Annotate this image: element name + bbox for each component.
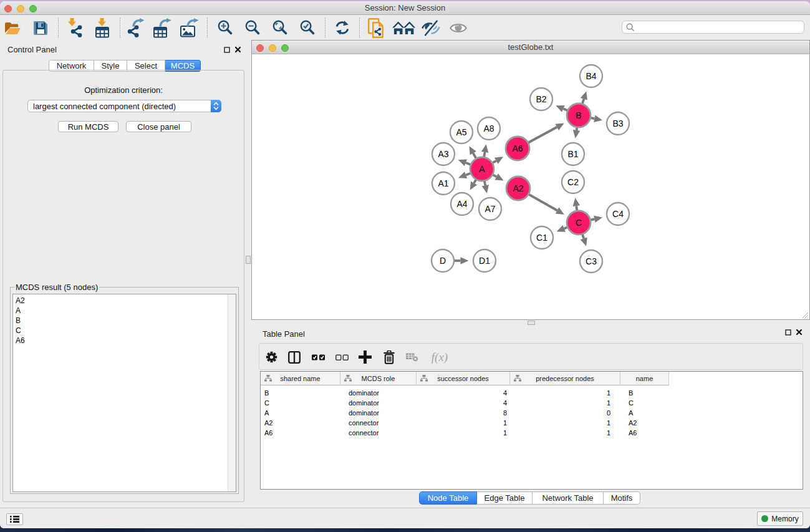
graph-edge-A-A5[interactable]: [473, 153, 476, 158]
criterion-dropdown[interactable]: largest connected component (directed): [27, 100, 221, 112]
table-cell[interactable]: 1: [417, 428, 510, 438]
split-table-button[interactable]: [287, 344, 302, 370]
vertical-splitter-handle[interactable]: [246, 256, 251, 264]
delete-table-button[interactable]: [405, 344, 420, 370]
table-cell[interactable]: 4: [417, 398, 510, 408]
import-table-button[interactable]: [92, 15, 113, 41]
table-cell[interactable]: connector: [340, 418, 417, 428]
graph-edge-A-A6[interactable]: [493, 161, 496, 163]
tab-edge-table[interactable]: Edge Table: [477, 491, 533, 505]
graph-edge-A-A1[interactable]: [466, 173, 470, 175]
delete-column-button[interactable]: [382, 344, 397, 370]
column-header-shared-name[interactable]: shared name: [261, 372, 340, 385]
home-button[interactable]: [392, 15, 416, 41]
table-row[interactable]: A2connector11A2: [261, 418, 803, 428]
table-cell[interactable]: A2: [620, 418, 669, 428]
table-cell[interactable]: 0: [510, 408, 620, 418]
table-cell[interactable]: A6: [620, 428, 669, 438]
refresh-button[interactable]: [334, 15, 351, 41]
table-cell[interactable]: 4: [417, 388, 510, 398]
result-scrollbar[interactable]: [228, 294, 236, 491]
table-cell[interactable]: B: [620, 388, 669, 398]
result-item[interactable]: A2: [16, 296, 236, 306]
graph-edge-A-A7[interactable]: [485, 181, 485, 186]
close-panel-button[interactable]: Close panel: [126, 121, 191, 132]
table-row[interactable]: Cdominator41C: [261, 398, 803, 408]
graph-edge-A-A8[interactable]: [484, 152, 485, 157]
result-item[interactable]: C: [16, 326, 236, 336]
table-cell[interactable]: A2: [261, 418, 340, 428]
float-table-panel-icon[interactable]: [785, 329, 791, 336]
tab-motifs[interactable]: Motifs: [604, 491, 640, 505]
table-cell[interactable]: 1: [510, 398, 620, 408]
table-cell[interactable]: dominator: [340, 408, 417, 418]
save-session-button[interactable]: [32, 15, 49, 41]
memory-button[interactable]: Memory: [757, 511, 803, 526]
table-settings-button[interactable]: [264, 344, 279, 370]
graph-edge-C-C1[interactable]: [564, 228, 567, 229]
table-cell[interactable]: A: [261, 408, 340, 418]
function-builder-button[interactable]: f(x): [430, 344, 450, 370]
add-column-button[interactable]: [357, 344, 372, 370]
result-item[interactable]: A: [16, 306, 236, 316]
column-header-successor-nodes[interactable]: successor nodes: [417, 372, 510, 385]
column-header-predecessor-nodes[interactable]: predecessor nodes: [510, 372, 620, 385]
zoom-fit-button[interactable]: [271, 15, 289, 41]
table-cell[interactable]: dominator: [340, 398, 417, 408]
column-header-name[interactable]: name: [620, 372, 669, 385]
show-panel-button[interactable]: [449, 15, 468, 41]
table-cell[interactable]: 1: [510, 388, 620, 398]
graph-edge-B-B4[interactable]: [582, 99, 584, 104]
result-item[interactable]: B: [16, 316, 236, 326]
export-image-button[interactable]: [179, 15, 200, 41]
import-network-button[interactable]: [64, 15, 85, 41]
table-cell[interactable]: 1: [510, 428, 620, 438]
graph-edge-A2-C[interactable]: [529, 195, 557, 211]
table-cell[interactable]: B: [261, 388, 340, 398]
show-panels-list-button[interactable]: [6, 513, 23, 525]
search-input[interactable]: [622, 21, 804, 34]
zoom-selected-button[interactable]: [299, 15, 316, 41]
tab-network-table[interactable]: Network Table: [533, 491, 604, 505]
table-cell[interactable]: dominator: [340, 388, 417, 398]
run-mcds-button[interactable]: Run MCDS: [58, 121, 118, 132]
export-network-button[interactable]: [125, 15, 147, 41]
open-file-button[interactable]: [4, 15, 21, 41]
table-cell[interactable]: C: [620, 398, 669, 408]
clear-columns-button[interactable]: [334, 344, 349, 370]
network-graph-canvas[interactable]: B4B2BB3A5A8A6B1A3AA1C2A4A7A2C4CC1C3DD1: [252, 54, 809, 319]
hide-panel-button[interactable]: [420, 15, 441, 41]
graph-edge-A-A3[interactable]: [466, 163, 470, 165]
graph-edge-B-B2[interactable]: [563, 109, 567, 110]
result-item[interactable]: A6: [16, 336, 236, 346]
mcds-result-list[interactable]: A2ABCA6: [12, 294, 236, 492]
graph-edge-A6-B[interactable]: [529, 127, 557, 143]
table-row[interactable]: Adominator80A: [261, 408, 803, 418]
table-cell[interactable]: 1: [510, 418, 620, 428]
select-all-columns-button[interactable]: [311, 344, 325, 370]
table-cell[interactable]: 8: [417, 408, 510, 418]
graph-edge-C-C4[interactable]: [591, 219, 595, 220]
graph-edge-A-A2[interactable]: [493, 175, 497, 177]
table-cell[interactable]: 1: [417, 418, 510, 428]
zoom-out-button[interactable]: [244, 15, 261, 41]
graph-edge-C-C3[interactable]: [582, 235, 584, 238]
horizontal-splitter-handle[interactable]: [528, 321, 535, 325]
table-row[interactable]: A6connector11A6: [261, 428, 803, 438]
graph-edge-B-B1[interactable]: [577, 128, 577, 130]
close-panel-icon[interactable]: [234, 46, 241, 53]
tab-node-table[interactable]: Node Table: [419, 491, 477, 505]
export-table-button[interactable]: [152, 15, 173, 41]
graph-edge-A-A4[interactable]: [474, 180, 476, 183]
table-row[interactable]: Bdominator41B: [261, 388, 803, 398]
close-table-panel-icon[interactable]: [796, 329, 803, 336]
graph-edge-B-B3[interactable]: [591, 118, 595, 118]
table-cell[interactable]: A: [620, 408, 669, 418]
zoom-in-button[interactable]: [216, 15, 234, 41]
table-cell[interactable]: C: [261, 398, 340, 408]
float-panel-icon[interactable]: [224, 47, 230, 53]
table-cell[interactable]: connector: [340, 428, 417, 438]
table-cell[interactable]: A6: [261, 428, 340, 438]
graph-edge-C-C2[interactable]: [576, 206, 577, 210]
resize-grip-icon[interactable]: [801, 311, 809, 319]
